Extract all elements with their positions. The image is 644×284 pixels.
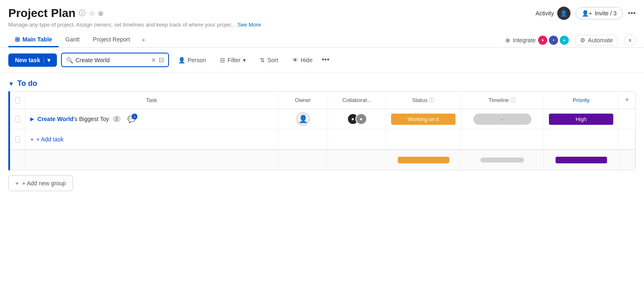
summary-timeline-bar	[480, 158, 524, 163]
table-header: Task Owner Collaborat... Status ⓘ Timeli…	[10, 92, 635, 109]
header-status: Status ⓘ	[386, 92, 461, 109]
see-more-link[interactable]: See More	[238, 22, 261, 28]
row-add-cell	[619, 109, 635, 129]
integrate-button[interactable]: ⊗ Integrate ♦ ▪ ▸	[505, 36, 569, 45]
add-task-row: + + Add task	[10, 129, 635, 150]
owner-avatar: 👤	[296, 112, 310, 126]
integrate-icon: ⊗	[505, 37, 510, 44]
row-timeline-cell[interactable]: -	[461, 109, 544, 129]
header-checkbox-cell	[10, 92, 25, 109]
row-owner-cell[interactable]: 👤	[278, 109, 328, 129]
search-input[interactable]	[76, 57, 149, 63]
collapse-button[interactable]: ∧	[624, 34, 636, 46]
tab-main-table-label: Main Table	[22, 36, 52, 43]
filter-icon: ⊟	[220, 57, 225, 63]
summary-status-bar	[398, 157, 449, 163]
add-group-label: + Add new group	[22, 180, 66, 187]
sort-label: Sort	[267, 57, 278, 63]
toolbar-more-button[interactable]: •••	[322, 56, 330, 64]
new-task-button[interactable]: New task ▾	[8, 53, 57, 67]
invite-label: Invite / 3	[595, 10, 617, 17]
page-title: Project Plan	[8, 7, 76, 20]
add-column-button[interactable]: +	[619, 92, 635, 109]
task-badge: 2	[113, 116, 121, 122]
task-name-suffix: 's Biggest Toy	[73, 116, 109, 122]
row-checkbox[interactable]	[15, 116, 20, 122]
add-group-button[interactable]: + + Add new group	[8, 175, 73, 191]
integration-icon-3: ▸	[560, 36, 569, 45]
info-icon[interactable]: ⓘ	[79, 9, 86, 18]
row-checkbox-cell	[10, 109, 25, 129]
tab-main-table[interactable]: ⊞ Main Table	[8, 33, 59, 47]
filter-chevron-icon: ▾	[243, 57, 246, 63]
priority-badge: High	[549, 114, 613, 125]
integration-icon-2: ▪	[549, 36, 558, 45]
activity-label: Activity	[536, 10, 554, 17]
timeline-value: -	[473, 114, 531, 125]
integration-icon-1: ♦	[538, 36, 547, 45]
integrate-label: Integrate	[513, 37, 536, 44]
summary-row	[10, 150, 635, 170]
notification-button[interactable]: 💬 1	[127, 115, 136, 123]
automate-button[interactable]: ⚙ Automate	[575, 35, 617, 46]
person-label: Person	[188, 57, 206, 63]
filter-button[interactable]: ⊟ Filter ▾	[215, 54, 251, 66]
task-name-highlight: Create World	[37, 116, 73, 122]
add-tab-button[interactable]: +	[137, 33, 150, 47]
add-task-button[interactable]: + + Add task	[25, 129, 278, 149]
header-owner: Owner	[278, 92, 328, 109]
header-timeline: Timeline ⓘ	[461, 92, 544, 109]
filter-label: Filter	[228, 57, 240, 63]
chevron-up-icon: ∧	[628, 37, 632, 43]
group-title-todo[interactable]: To do	[17, 79, 37, 88]
share-icon[interactable]: ⊕	[98, 10, 103, 17]
summary-priority-bar	[556, 157, 607, 163]
table-row: ▶ Create World's Biggest Toy 2 💬 1 👤 ●	[10, 109, 635, 129]
invite-icon: 👤+	[582, 10, 592, 17]
subtitle: Manage any type of project. Assign owner…	[8, 22, 636, 33]
expand-row-button[interactable]: ▶	[30, 116, 34, 122]
more-options-button[interactable]: •••	[628, 9, 636, 18]
add-task-checkbox-cell	[10, 129, 25, 149]
group-toggle-icon[interactable]: ▼	[8, 80, 14, 87]
new-task-chevron-icon: ▾	[44, 57, 50, 63]
person-icon: 👤	[178, 57, 185, 63]
automate-label: Automate	[588, 37, 613, 44]
activity-button[interactable]: Activity 👤	[536, 7, 571, 20]
avatar: 👤	[557, 7, 571, 20]
row-task-cell: ▶ Create World's Biggest Toy 2 💬 1	[25, 109, 278, 129]
group-header-todo: ▼ To do	[8, 73, 636, 91]
select-all-checkbox[interactable]	[15, 97, 20, 104]
tab-project-report-label: Project Report	[93, 36, 130, 43]
hide-label: Hide	[301, 57, 313, 63]
automate-icon: ⚙	[580, 37, 585, 44]
row-priority-cell[interactable]: High	[544, 109, 619, 129]
invite-button[interactable]: 👤+ Invite / 3	[575, 7, 623, 19]
tab-gantt-label: Gantt	[65, 36, 79, 43]
table-icon: ⊞	[15, 36, 20, 43]
add-group-icon: +	[15, 180, 19, 187]
row-collaborators-cell[interactable]: ● ●	[328, 109, 386, 129]
sort-button[interactable]: ⇅ Sort	[255, 54, 283, 66]
add-task-checkbox[interactable]	[15, 136, 20, 143]
header-priority: Priority	[544, 92, 619, 109]
search-options-button[interactable]: ⊟	[159, 56, 164, 64]
add-task-icon: +	[30, 136, 34, 143]
hide-button[interactable]: 👁 Hide	[287, 54, 318, 66]
tab-gantt[interactable]: Gantt	[59, 33, 86, 47]
status-badge: Working on it	[391, 114, 455, 125]
add-task-label: + Add task	[36, 136, 64, 143]
search-box: 🔍 ✕ ⊟	[61, 53, 169, 67]
search-clear-button[interactable]: ✕	[151, 57, 156, 63]
header-task: Task	[25, 92, 278, 109]
new-task-label: New task	[15, 57, 40, 63]
person-filter-button[interactable]: 👤 Person	[173, 54, 211, 66]
task-name: Create World's Biggest Toy	[37, 116, 109, 122]
collaborators-avatars: ● ●	[347, 113, 367, 125]
row-status-cell[interactable]: Working on it	[386, 109, 461, 129]
tab-project-report[interactable]: Project Report	[86, 33, 137, 47]
hide-icon: 👁	[292, 57, 298, 63]
sort-icon: ⇅	[260, 57, 265, 63]
star-icon[interactable]: ☆	[89, 10, 95, 17]
collaborator-avatar-2: ●	[355, 113, 367, 125]
